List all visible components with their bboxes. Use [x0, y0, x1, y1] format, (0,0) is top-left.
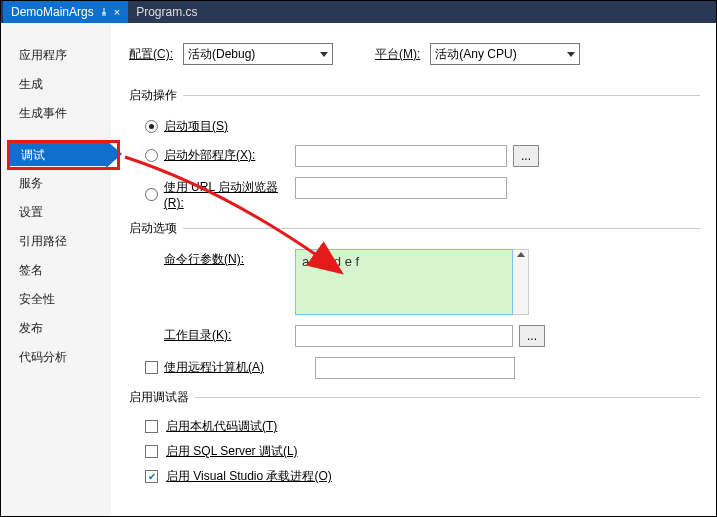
sidebar-item-settings[interactable]: 设置	[1, 198, 111, 227]
group-start-action: 启动操作	[129, 87, 700, 104]
group-start-options: 启动选项	[129, 220, 700, 237]
tab-label: DemoMainArgs	[11, 5, 94, 19]
radio-start-url[interactable]	[145, 188, 158, 201]
chevron-down-icon	[567, 52, 575, 57]
sidebar-item-publish[interactable]: 发布	[1, 314, 111, 343]
tab-bar: DemoMainArgs × Program.cs	[1, 1, 716, 23]
platform-select[interactable]: 活动(Any CPU)	[430, 43, 580, 65]
url-input[interactable]	[295, 177, 507, 199]
remote-checkbox[interactable]	[145, 361, 158, 374]
args-label: 命令行参数(N):	[164, 251, 244, 268]
close-icon[interactable]: ×	[114, 6, 120, 18]
browse-button[interactable]: ...	[519, 325, 545, 347]
sidebar-item-signing[interactable]: 签名	[1, 256, 111, 285]
sidebar-item-refpaths[interactable]: 引用路径	[1, 227, 111, 256]
browse-button[interactable]: ...	[513, 145, 539, 167]
scroll-up-icon[interactable]	[513, 249, 529, 315]
sidebar-item-application[interactable]: 应用程序	[1, 41, 111, 70]
config-label: 配置(C):	[129, 46, 173, 63]
native-checkbox[interactable]	[145, 420, 158, 433]
sidebar-selection-arrow-icon	[106, 140, 122, 168]
workdir-label: 工作目录(K):	[164, 327, 231, 344]
sidebar-item-build[interactable]: 生成	[1, 70, 111, 99]
vshost-label: 启用 Visual Studio 承载进程(O)	[166, 468, 332, 485]
command-args-input[interactable]: a b c d e f	[295, 249, 513, 315]
start-project-label: 启动项目(S)	[164, 118, 228, 135]
pin-icon	[100, 8, 108, 16]
remote-input[interactable]	[315, 357, 515, 379]
platform-label: 平台(M):	[375, 46, 420, 63]
sidebar: 应用程序 生成 生成事件 资源 服务 设置 引用路径 签名 安全性 发布 代码分…	[1, 23, 111, 516]
workdir-input[interactable]	[295, 325, 513, 347]
sidebar-item-buildevents[interactable]: 生成事件	[1, 99, 111, 128]
vshost-checkbox[interactable]	[145, 470, 158, 483]
sidebar-selected-label: 调试	[21, 147, 45, 164]
radio-start-external[interactable]	[145, 149, 158, 162]
platform-value: 活动(Any CPU)	[435, 46, 516, 63]
sql-label: 启用 SQL Server 调试(L)	[166, 443, 298, 460]
sql-checkbox[interactable]	[145, 445, 158, 458]
config-select[interactable]: 活动(Debug)	[183, 43, 333, 65]
group-debuggers: 启用调试器	[129, 389, 700, 406]
sidebar-item-services[interactable]: 服务	[1, 169, 111, 198]
sidebar-item-codeanalysis[interactable]: 代码分析	[1, 343, 111, 372]
main-panel: 配置(C): 活动(Debug) 平台(M): 活动(Any CPU) 启动操作…	[111, 23, 716, 516]
radio-start-project[interactable]	[145, 120, 158, 133]
native-label: 启用本机代码调试(T)	[166, 418, 277, 435]
sidebar-item-debug[interactable]	[1, 128, 111, 140]
config-value: 活动(Debug)	[188, 46, 255, 63]
tab-programcs[interactable]: Program.cs	[128, 1, 205, 23]
tab-demomainargs[interactable]: DemoMainArgs ×	[3, 1, 128, 23]
tab-label: Program.cs	[136, 5, 197, 19]
remote-label: 使用远程计算机(A)	[164, 359, 264, 376]
external-program-input[interactable]	[295, 145, 507, 167]
sidebar-item-security[interactable]: 安全性	[1, 285, 111, 314]
start-external-label: 启动外部程序(X):	[164, 147, 255, 164]
start-url-label: 使用 URL 启动浏览器(R):	[164, 179, 295, 210]
chevron-down-icon	[320, 52, 328, 57]
